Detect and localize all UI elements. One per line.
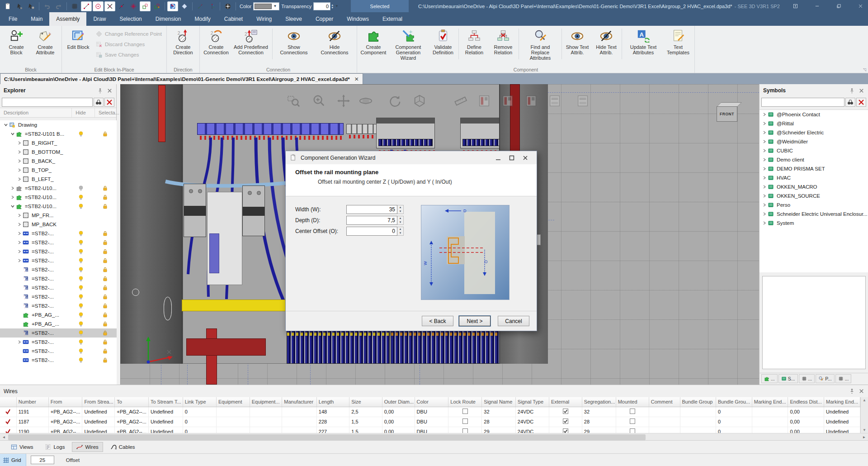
- chevron-right-icon[interactable]: [16, 259, 23, 262]
- symbols-dock-tab[interactable]: ...: [799, 374, 815, 383]
- cell-checkbox[interactable]: [616, 417, 649, 427]
- eye-button[interactable]: Show Text Attrib.: [563, 28, 591, 57]
- create-block-button[interactable]: Create Block: [2, 28, 30, 57]
- column-selectable[interactable]: Selecta...: [95, 108, 116, 117]
- wizard-button[interactable]: Component Generation Wizard: [388, 28, 428, 62]
- pin-icon[interactable]: [849, 388, 855, 394]
- menu-tab-wiring[interactable]: Wiring: [250, 12, 278, 26]
- wires-cell[interactable]: [216, 407, 250, 417]
- wires-cell[interactable]: 29: [482, 427, 516, 433]
- wires-cell[interactable]: 0: [183, 427, 216, 433]
- text-templates-button[interactable]: Text Templates: [664, 28, 692, 57]
- chevron-right-icon[interactable]: [16, 223, 23, 226]
- column-description[interactable]: Description: [0, 108, 72, 117]
- symbols-dock-tab[interactable]: S...: [778, 374, 798, 383]
- pin-icon[interactable]: [97, 88, 103, 94]
- wires-cell[interactable]: 1187: [16, 417, 48, 427]
- points-icon[interactable]: [207, 1, 217, 11]
- menu-tab-cabinet[interactable]: Cabinet: [217, 12, 250, 26]
- wires-cell[interactable]: [250, 407, 282, 417]
- visibility-bulb-icon[interactable]: [78, 266, 84, 273]
- lock-icon[interactable]: [102, 203, 108, 209]
- wires-cell[interactable]: [680, 427, 716, 433]
- tree-row[interactable]: =STB2-U101 B...: [0, 129, 117, 138]
- close-icon[interactable]: [107, 88, 113, 94]
- wires-cell[interactable]: 28: [482, 417, 516, 427]
- symbols-tree-row[interactable]: Demo client: [760, 155, 868, 164]
- wires-table-row[interactable]: 1190+PB_AG2--...Undefined+PB_AG2--...Und…: [0, 427, 860, 433]
- wires-cell[interactable]: [282, 417, 316, 427]
- chevron-right-icon[interactable]: [761, 140, 768, 143]
- navwheel-icon[interactable]: [222, 1, 233, 11]
- wires-cell[interactable]: 2,5: [349, 407, 382, 417]
- wires-column-header[interactable]: Outer Diam...: [382, 397, 415, 407]
- redo-icon[interactable]: [53, 1, 64, 11]
- dialog-close-icon[interactable]: [519, 153, 532, 163]
- tree-row[interactable]: Drawing: [0, 120, 117, 129]
- menu-tab-draw[interactable]: Draw: [86, 12, 113, 26]
- view-cube-icon[interactable]: [413, 94, 426, 108]
- wires-cell[interactable]: 0,00: [788, 427, 824, 433]
- next-button[interactable]: Next >: [459, 316, 491, 326]
- circle-icon[interactable]: [93, 1, 104, 11]
- lock-icon[interactable]: [102, 294, 108, 300]
- view-cube[interactable]: FRONT: [715, 102, 742, 123]
- wires-column-header[interactable]: To Stream T...: [148, 397, 183, 407]
- tree-row[interactable]: =STB2-...: [0, 265, 117, 274]
- wires-column-header[interactable]: Manufacturer: [282, 397, 316, 407]
- menu-tab-modify[interactable]: Modify: [188, 12, 217, 26]
- symbols-tree-row[interactable]: Schneider Electric Universal Enclosur...: [760, 209, 868, 219]
- visibility-bulb-icon[interactable]: [78, 339, 84, 345]
- tree-row[interactable]: MP_FR...: [0, 211, 117, 220]
- panel-red-icon[interactable]: [501, 94, 514, 108]
- chevron-right-icon[interactable]: [761, 221, 768, 225]
- symbols-tree-row[interactable]: System: [760, 219, 868, 228]
- wires-cell[interactable]: 148: [316, 407, 349, 417]
- line-icon[interactable]: [81, 1, 92, 11]
- bottom-tab-wires[interactable]: Wires: [72, 442, 103, 452]
- minimize-icon[interactable]: [812, 2, 822, 11]
- create-direction-button[interactable]: 2Create Direction: [169, 28, 197, 57]
- find-replace-button[interactable]: Find and Replace Attributes: [520, 28, 560, 62]
- wires-cell[interactable]: [752, 407, 788, 417]
- lock-icon[interactable]: [102, 303, 108, 309]
- wires-cell[interactable]: [649, 407, 680, 417]
- wires-cell[interactable]: 24VDC: [515, 427, 549, 433]
- wires-cell[interactable]: Undefined: [148, 427, 183, 433]
- field-input[interactable]: 0: [346, 227, 397, 236]
- symbols-tree-row[interactable]: DEMO PRISMA SET: [760, 164, 868, 173]
- wires-cell[interactable]: [250, 427, 282, 433]
- wires-column-header[interactable]: Comment: [649, 397, 680, 407]
- validate-button[interactable]: Validate Definition: [429, 28, 457, 57]
- chevron-right-icon[interactable]: [761, 167, 768, 171]
- visibility-bulb-icon[interactable]: [78, 131, 84, 137]
- wires-cell[interactable]: Undefined: [82, 417, 115, 427]
- tree-row[interactable]: B_BACK_: [0, 157, 117, 166]
- document-tab-close-icon[interactable]: ✕: [354, 76, 359, 82]
- pin-icon[interactable]: [849, 88, 855, 94]
- wires-column-header[interactable]: Marking End...: [752, 397, 788, 407]
- wires-horizontal-scrollbar[interactable]: ◄ ►: [0, 433, 868, 441]
- wires-cell[interactable]: DBU: [415, 407, 448, 417]
- paste-icon[interactable]: [2, 1, 13, 11]
- wires-column-header[interactable]: Color: [415, 397, 448, 407]
- wires-cell[interactable]: DBU: [415, 427, 448, 433]
- visibility-bulb-icon[interactable]: [78, 276, 84, 282]
- lock-icon[interactable]: [102, 321, 108, 327]
- lock-icon[interactable]: [102, 339, 108, 345]
- wires-column-header[interactable]: From: [48, 397, 82, 407]
- cell-checkbox[interactable]: [616, 407, 649, 417]
- create-connection-button[interactable]: 2Create Connection: [202, 28, 230, 57]
- wires-cell[interactable]: 24VDC: [515, 407, 549, 417]
- wires-cell[interactable]: Undefined: [824, 417, 860, 427]
- wires-cell[interactable]: 0,00: [788, 417, 824, 427]
- wires-column-header[interactable]: Bundle Group: [680, 397, 716, 407]
- tree-row[interactable]: B_BOTTOM_: [0, 147, 117, 157]
- tree-row[interactable]: =STB2-...: [0, 301, 117, 310]
- chevron-right-icon[interactable]: [9, 186, 16, 190]
- chevron-right-icon[interactable]: [761, 212, 768, 216]
- wires-cell[interactable]: 1190: [16, 427, 48, 433]
- visibility-bulb-icon[interactable]: [78, 285, 84, 291]
- edit-block-button[interactable]: Edit Block: [64, 28, 92, 51]
- wires-column-header[interactable]: Marking End...: [824, 397, 860, 407]
